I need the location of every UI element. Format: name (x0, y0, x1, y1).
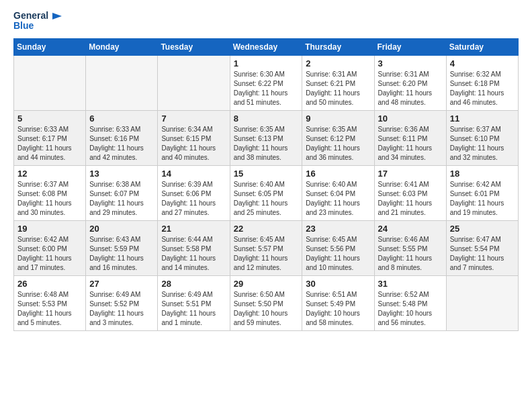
day-number: 1 (234, 58, 299, 68)
day-number: 13 (89, 169, 154, 179)
calendar-cell (446, 275, 518, 330)
logo-text: General Blue (13, 11, 63, 32)
day-info: Sunrise: 6:35 AM Sunset: 6:13 PM Dayligh… (234, 125, 299, 163)
day-info: Sunrise: 6:47 AM Sunset: 5:54 PM Dayligh… (450, 235, 515, 273)
day-number: 27 (89, 279, 154, 289)
day-info: Sunrise: 6:44 AM Sunset: 5:58 PM Dayligh… (161, 235, 226, 273)
day-info: Sunrise: 6:42 AM Sunset: 6:01 PM Dayligh… (450, 180, 515, 218)
day-info: Sunrise: 6:45 AM Sunset: 5:57 PM Dayligh… (234, 235, 299, 273)
day-number: 7 (161, 113, 226, 124)
calendar-cell: 22Sunrise: 6:45 AM Sunset: 5:57 PM Dayli… (230, 220, 302, 275)
day-info: Sunrise: 6:43 AM Sunset: 5:59 PM Dayligh… (89, 235, 154, 273)
day-number: 8 (234, 113, 299, 124)
day-info: Sunrise: 6:49 AM Sunset: 5:52 PM Dayligh… (89, 290, 154, 328)
calendar-cell: 4Sunrise: 6:32 AM Sunset: 6:18 PM Daylig… (446, 55, 518, 110)
day-number: 29 (234, 279, 299, 289)
day-info: Sunrise: 6:38 AM Sunset: 6:07 PM Dayligh… (89, 180, 154, 218)
calendar-cell: 5Sunrise: 6:33 AM Sunset: 6:17 PM Daylig… (14, 110, 86, 165)
calendar-week-row: 19Sunrise: 6:42 AM Sunset: 6:00 PM Dayli… (14, 220, 519, 275)
calendar-cell: 8Sunrise: 6:35 AM Sunset: 6:13 PM Daylig… (230, 110, 302, 165)
day-info: Sunrise: 6:49 AM Sunset: 5:51 PM Dayligh… (161, 290, 226, 328)
day-number: 26 (17, 279, 82, 289)
day-number: 11 (450, 113, 515, 124)
day-number: 25 (450, 224, 515, 234)
day-info: Sunrise: 6:32 AM Sunset: 6:18 PM Dayligh… (450, 70, 515, 107)
calendar-cell: 11Sunrise: 6:37 AM Sunset: 6:10 PM Dayli… (446, 110, 518, 165)
day-info: Sunrise: 6:31 AM Sunset: 6:21 PM Dayligh… (306, 70, 370, 107)
weekday-header-wednesday: Wednesday (230, 38, 302, 55)
day-number: 16 (306, 169, 370, 179)
calendar-cell: 12Sunrise: 6:37 AM Sunset: 6:08 PM Dayli… (14, 165, 86, 220)
calendar-cell: 28Sunrise: 6:49 AM Sunset: 5:51 PM Dayli… (158, 275, 230, 330)
calendar-week-row: 26Sunrise: 6:48 AM Sunset: 5:53 PM Dayli… (14, 275, 519, 330)
calendar-week-row: 12Sunrise: 6:37 AM Sunset: 6:08 PM Dayli… (14, 165, 519, 220)
calendar-cell (86, 55, 158, 110)
day-info: Sunrise: 6:30 AM Sunset: 6:22 PM Dayligh… (234, 70, 299, 107)
calendar-cell: 6Sunrise: 6:33 AM Sunset: 6:16 PM Daylig… (86, 110, 158, 165)
svg-marker-0 (52, 13, 62, 19)
day-number: 6 (89, 113, 154, 124)
header: General Blue (13, 11, 519, 32)
calendar-cell: 24Sunrise: 6:46 AM Sunset: 5:55 PM Dayli… (374, 220, 446, 275)
calendar-cell: 10Sunrise: 6:36 AM Sunset: 6:11 PM Dayli… (374, 110, 446, 165)
day-number: 9 (306, 113, 370, 124)
calendar-cell: 29Sunrise: 6:50 AM Sunset: 5:50 PM Dayli… (230, 275, 302, 330)
calendar-cell: 9Sunrise: 6:35 AM Sunset: 6:12 PM Daylig… (302, 110, 374, 165)
day-info: Sunrise: 6:41 AM Sunset: 6:03 PM Dayligh… (378, 180, 443, 218)
calendar-cell: 19Sunrise: 6:42 AM Sunset: 6:00 PM Dayli… (14, 220, 86, 275)
day-info: Sunrise: 6:31 AM Sunset: 6:20 PM Dayligh… (378, 70, 443, 107)
day-number: 14 (161, 169, 226, 179)
calendar-cell: 26Sunrise: 6:48 AM Sunset: 5:53 PM Dayli… (14, 275, 86, 330)
logo-arrow-icon (51, 11, 63, 21)
calendar-cell: 14Sunrise: 6:39 AM Sunset: 6:06 PM Dayli… (158, 165, 230, 220)
calendar-cell: 27Sunrise: 6:49 AM Sunset: 5:52 PM Dayli… (86, 275, 158, 330)
weekday-header-thursday: Thursday (302, 38, 374, 55)
calendar-cell: 15Sunrise: 6:40 AM Sunset: 6:05 PM Dayli… (230, 165, 302, 220)
day-number: 21 (161, 224, 226, 234)
day-number: 18 (450, 169, 515, 179)
calendar-cell: 13Sunrise: 6:38 AM Sunset: 6:07 PM Dayli… (86, 165, 158, 220)
day-number: 4 (450, 58, 515, 68)
weekday-header-monday: Monday (86, 38, 158, 55)
calendar-cell: 3Sunrise: 6:31 AM Sunset: 6:20 PM Daylig… (374, 55, 446, 110)
day-number: 17 (378, 169, 443, 179)
weekday-header-saturday: Saturday (446, 38, 518, 55)
day-number: 30 (306, 279, 370, 289)
day-number: 23 (306, 224, 370, 234)
day-info: Sunrise: 6:42 AM Sunset: 6:00 PM Dayligh… (17, 235, 82, 273)
calendar-cell: 25Sunrise: 6:47 AM Sunset: 5:54 PM Dayli… (446, 220, 518, 275)
calendar-cell: 31Sunrise: 6:52 AM Sunset: 5:48 PM Dayli… (374, 275, 446, 330)
calendar-cell: 21Sunrise: 6:44 AM Sunset: 5:58 PM Dayli… (158, 220, 230, 275)
calendar-cell: 1Sunrise: 6:30 AM Sunset: 6:22 PM Daylig… (230, 55, 302, 110)
calendar-cell: 17Sunrise: 6:41 AM Sunset: 6:03 PM Dayli… (374, 165, 446, 220)
day-number: 20 (89, 224, 154, 234)
day-number: 22 (234, 224, 299, 234)
day-number: 3 (378, 58, 443, 68)
day-info: Sunrise: 6:46 AM Sunset: 5:55 PM Dayligh… (378, 235, 443, 273)
day-info: Sunrise: 6:50 AM Sunset: 5:50 PM Dayligh… (234, 290, 299, 328)
day-number: 24 (378, 224, 443, 234)
calendar-cell: 2Sunrise: 6:31 AM Sunset: 6:21 PM Daylig… (302, 55, 374, 110)
day-number: 12 (17, 169, 82, 179)
day-info: Sunrise: 6:40 AM Sunset: 6:05 PM Dayligh… (234, 180, 299, 218)
calendar-cell: 20Sunrise: 6:43 AM Sunset: 5:59 PM Dayli… (86, 220, 158, 275)
calendar-cell: 16Sunrise: 6:40 AM Sunset: 6:04 PM Dayli… (302, 165, 374, 220)
day-number: 5 (17, 113, 82, 124)
calendar-week-row: 5Sunrise: 6:33 AM Sunset: 6:17 PM Daylig… (14, 110, 519, 165)
calendar-cell (14, 55, 86, 110)
calendar-cell: 18Sunrise: 6:42 AM Sunset: 6:01 PM Dayli… (446, 165, 518, 220)
day-info: Sunrise: 6:51 AM Sunset: 5:49 PM Dayligh… (306, 290, 370, 328)
day-info: Sunrise: 6:37 AM Sunset: 6:10 PM Dayligh… (450, 125, 515, 163)
calendar: SundayMondayTuesdayWednesdayThursdayFrid… (13, 38, 519, 331)
day-number: 2 (306, 58, 370, 68)
weekday-header-sunday: Sunday (14, 38, 86, 55)
day-info: Sunrise: 6:34 AM Sunset: 6:15 PM Dayligh… (161, 125, 226, 163)
weekday-header-row: SundayMondayTuesdayWednesdayThursdayFrid… (14, 38, 519, 55)
calendar-week-row: 1Sunrise: 6:30 AM Sunset: 6:22 PM Daylig… (14, 55, 519, 110)
day-info: Sunrise: 6:40 AM Sunset: 6:04 PM Dayligh… (306, 180, 370, 218)
day-info: Sunrise: 6:37 AM Sunset: 6:08 PM Dayligh… (17, 180, 82, 218)
day-info: Sunrise: 6:35 AM Sunset: 6:12 PM Dayligh… (306, 125, 370, 163)
logo: General Blue (13, 11, 63, 32)
day-info: Sunrise: 6:33 AM Sunset: 6:16 PM Dayligh… (89, 125, 154, 163)
calendar-cell: 23Sunrise: 6:45 AM Sunset: 5:56 PM Dayli… (302, 220, 374, 275)
